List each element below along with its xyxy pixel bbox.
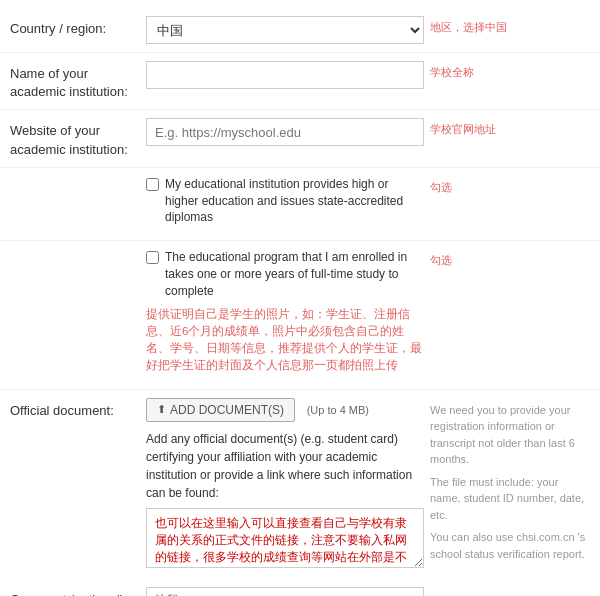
higher-education-checkbox[interactable] (146, 178, 159, 191)
upload-size-note: (Up to 4 MB) (307, 404, 369, 416)
official-doc-content: ⬆ ADD DOCUMENT(S) (Up to 4 MB) Add any o… (140, 398, 430, 571)
add-document-label: ADD DOCUMENT(S) (170, 403, 284, 417)
institution-website-row: Website of your academic institution: 学校… (0, 110, 600, 167)
comment-label: Comment (optional): (10, 587, 140, 596)
checkbox2-wrapper: The educational program that I am enroll… (146, 249, 424, 299)
checkbox2-spacer (10, 249, 140, 253)
institution-website-content (140, 118, 430, 146)
official-doc-hint-1: We need you to provide your registration… (430, 402, 590, 468)
country-content: 中国 (140, 16, 430, 44)
checkbox2-hint: 勾选 (430, 249, 590, 268)
official-doc-row: Official document: ⬆ ADD DOCUMENT(S) (Up… (0, 390, 600, 579)
institution-website-label: Website of your academic institution: (10, 118, 140, 158)
checkbox1-spacer (10, 176, 140, 180)
official-doc-label: Official document: (10, 398, 140, 420)
checkbox1-content: My educational institution provides high… (140, 176, 430, 232)
fulltime-study-checkbox[interactable] (146, 251, 159, 264)
country-hint: 地区，选择中国 (430, 16, 590, 35)
institution-name-content (140, 61, 430, 89)
doc-upload-area: ⬆ ADD DOCUMENT(S) (Up to 4 MB) (146, 398, 424, 422)
doc-description: Add any official document(s) (e.g. stude… (146, 430, 424, 502)
official-doc-hint-2: The file must include: your name, studen… (430, 474, 590, 524)
upload-icon: ⬆ (157, 403, 166, 416)
checkbox2-row: The educational program that I am enroll… (0, 241, 600, 389)
official-doc-hint: We need you to provide your registration… (430, 398, 590, 563)
country-label: Country / region: (10, 16, 140, 38)
institution-website-hint: 学校官网地址 (430, 118, 590, 137)
institution-name-row: Name of your academic institution: 学校全称 (0, 53, 600, 110)
country-select[interactable]: 中国 (146, 16, 424, 44)
institution-website-input[interactable] (146, 118, 424, 146)
comment-content (140, 587, 430, 596)
registration-form: Country / region: 中国 地区，选择中国 Name of you… (0, 0, 600, 596)
country-row: Country / region: 中国 地区，选择中国 (0, 8, 600, 53)
comment-row: Comment (optional): (0, 579, 600, 596)
comment-textarea[interactable] (146, 587, 424, 596)
institution-name-input[interactable] (146, 61, 424, 89)
student-photo-note: 提供证明自己是学生的照片，如：学生证、注册信息、近6个月的成绩单，照片中必须包含… (146, 306, 424, 375)
checkbox1-hint: 勾选 (430, 176, 590, 195)
add-document-button[interactable]: ⬆ ADD DOCUMENT(S) (146, 398, 295, 422)
checkbox2-label: The educational program that I am enroll… (165, 249, 424, 299)
official-doc-hint-3: You can also use chsi.com.cn 's school s… (430, 529, 590, 562)
comment-hint (430, 587, 590, 591)
institution-name-hint: 学校全称 (430, 61, 590, 80)
institution-name-label: Name of your academic institution: (10, 61, 140, 101)
checkbox2-content: The educational program that I am enroll… (140, 249, 430, 380)
checkbox1-label: My educational institution provides high… (165, 176, 424, 226)
doc-link-input[interactable]: 也可以在这里输入可以直接查看自己与学校有隶属的关系的正式文件的链接，注意不要输入… (146, 508, 424, 568)
checkbox1-row: My educational institution provides high… (0, 168, 600, 241)
checkbox1-wrapper: My educational institution provides high… (146, 176, 424, 226)
